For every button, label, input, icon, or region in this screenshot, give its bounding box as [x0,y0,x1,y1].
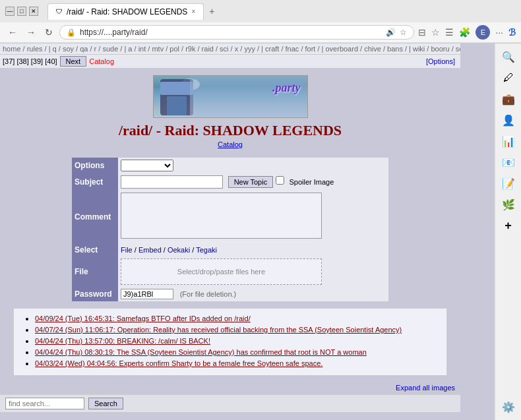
url-text: https://....party/raid/ [80,28,382,37]
profile-icon[interactable]: E [475,25,490,40]
password-row: Password (For file deletion.) [72,287,388,301]
next-button[interactable]: Next [60,56,87,67]
board-title: /raid/ - Raid: SHADOW LEGENDS [119,122,342,139]
options-link[interactable]: [Options] [426,57,455,65]
sidebar-tree-icon[interactable]: 🌿 [499,195,518,214]
spoiler-checkbox[interactable] [276,176,284,185]
spoiler-label: Spoiler Image [289,178,334,186]
address-bar: ← → ↻ 🔒 https://....party/raid/ 🔊 ☆ ⊟ ☆ … [0,22,521,43]
collections-icon[interactable]: ☰ [445,27,454,38]
banner-text: .party [272,81,301,95]
forward-button[interactable]: → [24,26,38,39]
announcements-list: 04/09/24 (Tue) 16:45:31: Samefags BTFO a… [22,314,439,368]
title-bar: — □ ✕ 🛡 /raid/ - Raid: SHADOW LEGENDS × … [0,0,521,22]
list-item: 04/04/24 (Thu) 13:57:00: BREAKING: /calm… [35,336,439,345]
password-label: Password [72,287,118,301]
url-bar[interactable]: 🔒 https://....party/raid/ 🔊 ☆ [59,25,414,40]
star-icon[interactable]: ☆ [400,28,407,37]
options-label: Options [72,158,118,173]
catalog-link-top[interactable]: Catalog [89,57,114,65]
form-table: Options Subject New Topic [72,158,388,301]
expand-all-area: Expand all images [0,381,460,394]
tab-title: /raid/ - Raid: SHADOW LEGENDS [67,7,187,16]
announcement-link[interactable]: 04/09/24 (Tue) 16:45:31: Samefags BTFO a… [35,315,251,322]
for-deletion-label: (For file deletion.) [180,290,237,298]
edge-icon[interactable]: ℬ [508,27,516,38]
more-icon[interactable]: ··· [495,27,503,38]
favorites-icon[interactable]: ☆ [431,27,440,38]
edge-sidebar: 🔍 🖊 💼 👤 📊 📧 📝 🌿 + ⚙️ [495,44,521,420]
announcement-link[interactable]: 04/03/24 (Wed) 04:04:56: Experts confirm… [35,359,322,367]
sidebar-user-icon[interactable]: 👤 [499,111,518,129]
announcement-link[interactable]: 04/04/24 (Thu) 08:30:19: The SSA (Soytee… [35,348,367,356]
tegaki-link[interactable]: Tegaki [196,246,217,254]
subject-row: Subject New Topic Spoiler Image [72,173,388,191]
oekaki-link[interactable]: Oekaki [168,246,190,254]
comment-row: Comment [72,191,388,243]
list-item: 04/03/24 (Wed) 04:04:56: Experts confirm… [35,359,439,368]
sidebar-note-icon[interactable]: 📝 [499,174,518,193]
page-numbers: [37] [38] [39] [40] [3,57,57,65]
comment-label: Comment [72,191,118,243]
split-screen-icon[interactable]: ⊟ [418,27,426,38]
nav-links-bar: home / rules / | q / soy / qa / r / sude… [0,44,460,55]
lock-icon: 🔒 [67,28,76,37]
select-links: File / Embed / Oekaki / Tegaki [121,246,217,254]
sidebar-briefcase-icon[interactable]: 💼 [499,90,518,108]
new-topic-button[interactable]: New Topic [228,176,274,188]
post-form: Options Subject New Topic [72,158,388,301]
subject-label: Subject [72,173,118,191]
sidebar-mail-icon[interactable]: 📧 [499,153,518,171]
bottom-bar: Search [0,394,460,412]
tab-close-button[interactable]: × [191,8,195,15]
minimize-button[interactable]: — [5,7,15,16]
page-nav-bar: [37] [38] [39] [40] Next Catalog [Option… [0,55,460,69]
list-item: 04/04/24 (Thu) 08:30:19: The SSA (Soytee… [35,347,439,357]
file-row: File Select/drop/paste files here [72,256,388,287]
maximize-button[interactable]: □ [17,7,26,16]
expand-all-link[interactable]: Expand all images [396,384,455,392]
file-label: File [72,256,118,287]
new-tab-button[interactable]: + [204,3,220,20]
tab-favicon-icon: 🛡 [56,8,63,15]
page-content: home / rules / | q / soy / qa / r / sude… [0,44,460,420]
subject-input[interactable] [121,175,223,189]
sidebar-search-icon[interactable]: 🔍 [499,47,518,66]
options-select[interactable] [121,160,173,171]
board-banner: .party /raid/ - Raid: SHADOW LEGENDS Cat… [0,69,460,151]
file-drop-zone[interactable]: Select/drop/paste files here [121,258,322,285]
browser-tab[interactable]: 🛡 /raid/ - Raid: SHADOW LEGENDS × [47,3,204,20]
options-row: Options [72,158,388,173]
banner-character [160,79,193,115]
close-button[interactable]: ✕ [29,7,38,16]
list-item: 04/09/24 (Tue) 16:45:31: Samefags BTFO a… [35,314,439,323]
search-input[interactable] [5,398,84,409]
announcements-box: 04/09/24 (Tue) 16:45:31: Samefags BTFO a… [13,308,447,376]
select-label: Select [72,243,118,256]
banner-image: .party [153,75,308,118]
read-aloud-icon: 🔊 [386,28,396,37]
embed-link[interactable]: Embed [138,246,162,254]
password-input[interactable] [121,289,173,299]
refresh-button[interactable]: ↻ [42,26,55,39]
back-button[interactable]: ← [5,26,20,39]
sidebar-chart-icon[interactable]: 📊 [499,132,518,150]
file-link[interactable]: File [121,246,133,254]
sidebar-edit-icon[interactable]: 🖊 [499,69,518,87]
comment-textarea[interactable] [121,193,322,239]
nav-links-text: home / rules / | q / soy / qa / r / sude… [3,45,460,53]
announcement-link[interactable]: 04/07/24 (Sun) 11:06:17: Operation: Real… [35,326,402,334]
select-row: Select File / Embed / Oekaki / Tegaki [72,243,388,256]
sidebar-add-icon[interactable]: + [499,216,518,235]
catalog-link-board[interactable]: Catalog [218,140,243,148]
announcement-link[interactable]: 04/04/24 (Thu) 13:57:00: BREAKING: /calm… [35,337,210,345]
sidebar-settings-icon[interactable]: ⚙️ [499,398,518,416]
extensions-icon[interactable]: 🧩 [459,27,470,38]
list-item: 04/07/24 (Sun) 11:06:17: Operation: Real… [35,325,439,334]
search-button[interactable]: Search [88,398,123,409]
